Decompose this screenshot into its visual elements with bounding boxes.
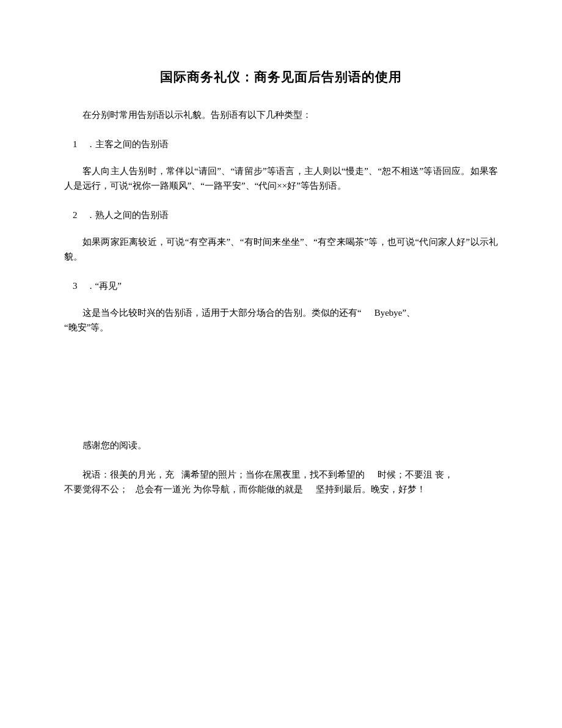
thanks-text: 感谢您的阅读。	[64, 438, 498, 453]
section-number: 2	[73, 208, 78, 222]
blessing-text: 祝语：很美的月光，充满希望的照片；当你在黑夜里，找不到希望的时候；不要沮 丧，不…	[64, 467, 498, 497]
section-title: 主客之间的告别语	[95, 139, 169, 149]
spacer	[64, 349, 498, 438]
section-dot: ．	[86, 210, 95, 220]
section-heading-1: 1．主客之间的告别语	[64, 137, 498, 151]
section-dot: ．	[86, 139, 95, 149]
section-title: “再见”	[95, 281, 122, 291]
section-dot: ．	[86, 281, 95, 291]
section-number: 1	[73, 137, 78, 151]
section-heading-3: 3．“再见”	[64, 278, 498, 293]
intro-paragraph: 在分别时常用告别语以示礼貌。告别语有以下几种类型：	[64, 107, 498, 122]
blessing-part: 满希望的照片；当你在黑夜里，找不到希望的	[181, 470, 365, 479]
blessing-part: 祝语：很美的月光，充	[82, 470, 174, 479]
section-heading-2: 2．熟人之间的告别语	[64, 208, 498, 222]
blessing-part: 不要觉得不公；	[64, 484, 128, 494]
body-part: Byebye”、	[374, 308, 415, 318]
section-body-2: 如果两家距离较近，可说“有空再来”、“有时间来坐坐”、“有空来喝茶”等，也可说“…	[64, 235, 498, 264]
body-part: “晚安”等。	[64, 322, 109, 332]
blessing-part: 时候；不要沮 丧，	[378, 470, 453, 479]
document-title: 国际商务礼仪：商务见面后告别语的使用	[64, 67, 498, 88]
body-part: 这是当今比较时兴的告别语，适用于大部分场合的告别。类似的还有“	[82, 308, 362, 318]
section-body-3: 这是当今比较时兴的告别语，适用于大部分场合的告别。类似的还有“Byebye”、“…	[64, 305, 498, 335]
blessing-part: 总会有一道光 为你导航，而你能做的就是	[136, 484, 303, 494]
blessing-part: 坚持到最后。晚安，好梦！	[316, 484, 426, 494]
section-number: 3	[73, 278, 78, 293]
section-title: 熟人之间的告别语	[95, 210, 169, 220]
section-body-1: 客人向主人告别时，常伴以“请回”、“请留步”等语言，主人则以“慢走”、“恕不相送…	[64, 164, 498, 193]
